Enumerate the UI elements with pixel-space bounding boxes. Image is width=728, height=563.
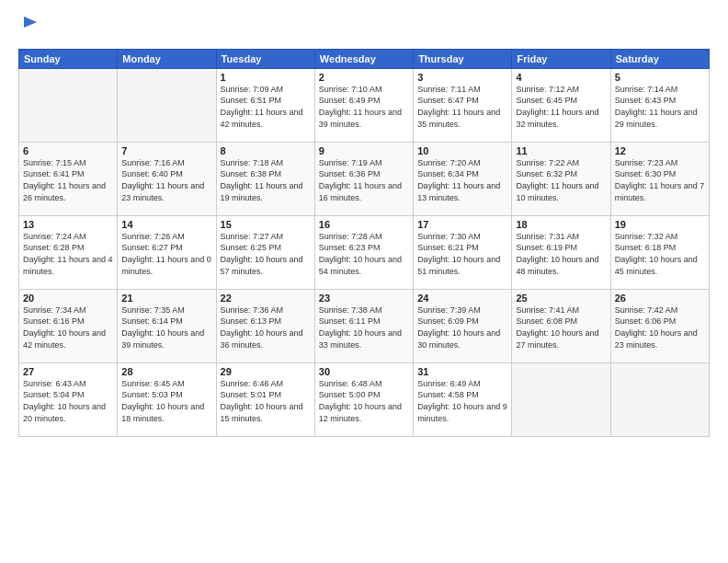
day-info: Sunrise: 6:43 AM Sunset: 5:04 PM Dayligh… — [23, 378, 113, 424]
day-number: 28 — [121, 366, 211, 377]
calendar-header-sunday: Sunday — [19, 49, 118, 68]
day-info: Sunrise: 7:16 AM Sunset: 6:40 PM Dayligh… — [121, 157, 211, 203]
day-number: 5 — [615, 72, 705, 83]
day-info: Sunrise: 7:23 AM Sunset: 6:30 PM Dayligh… — [615, 157, 705, 203]
day-info: Sunrise: 7:38 AM Sunset: 6:11 PM Dayligh… — [319, 304, 409, 350]
day-info: Sunrise: 6:48 AM Sunset: 5:00 PM Dayligh… — [319, 378, 409, 424]
day-number: 18 — [516, 219, 606, 230]
calendar-header-friday: Friday — [512, 49, 610, 68]
calendar-cell: 10Sunrise: 7:20 AM Sunset: 6:34 PM Dayli… — [414, 142, 512, 215]
calendar-week-2: 13Sunrise: 7:24 AM Sunset: 6:28 PM Dayli… — [19, 215, 710, 289]
day-info: Sunrise: 7:14 AM Sunset: 6:43 PM Dayligh… — [615, 84, 705, 130]
calendar-cell: 7Sunrise: 7:16 AM Sunset: 6:40 PM Daylig… — [118, 142, 216, 215]
day-info: Sunrise: 7:24 AM Sunset: 6:28 PM Dayligh… — [23, 231, 113, 277]
day-info: Sunrise: 7:09 AM Sunset: 6:51 PM Dayligh… — [221, 84, 311, 130]
day-number: 22 — [221, 293, 311, 304]
day-info: Sunrise: 7:41 AM Sunset: 6:08 PM Dayligh… — [516, 304, 606, 350]
day-info: Sunrise: 7:22 AM Sunset: 6:32 PM Dayligh… — [516, 157, 606, 203]
calendar-cell — [610, 362, 709, 436]
day-info: Sunrise: 6:45 AM Sunset: 5:03 PM Dayligh… — [121, 378, 211, 424]
calendar-cell: 8Sunrise: 7:18 AM Sunset: 6:38 PM Daylig… — [216, 142, 314, 215]
calendar-header-row: SundayMondayTuesdayWednesdayThursdayFrid… — [19, 49, 710, 68]
day-number: 10 — [417, 145, 507, 156]
day-number: 15 — [221, 219, 311, 230]
calendar-cell: 29Sunrise: 6:46 AM Sunset: 5:01 PM Dayli… — [216, 362, 314, 436]
calendar-cell: 12Sunrise: 7:23 AM Sunset: 6:30 PM Dayli… — [610, 142, 709, 215]
day-number: 26 — [615, 293, 705, 304]
calendar-cell: 18Sunrise: 7:31 AM Sunset: 6:19 PM Dayli… — [512, 215, 610, 289]
calendar-cell: 15Sunrise: 7:27 AM Sunset: 6:25 PM Dayli… — [216, 215, 314, 289]
day-number: 12 — [615, 145, 705, 156]
day-info: Sunrise: 7:39 AM Sunset: 6:09 PM Dayligh… — [417, 304, 507, 350]
day-number: 23 — [319, 293, 409, 304]
day-info: Sunrise: 7:35 AM Sunset: 6:14 PM Dayligh… — [121, 304, 211, 350]
day-info: Sunrise: 6:49 AM Sunset: 4:58 PM Dayligh… — [417, 378, 507, 424]
logo — [18, 15, 40, 40]
day-number: 20 — [23, 293, 113, 304]
day-number: 17 — [417, 219, 507, 230]
day-number: 19 — [615, 219, 705, 230]
page: SundayMondayTuesdayWednesdayThursdayFrid… — [0, 0, 728, 563]
calendar-cell: 27Sunrise: 6:43 AM Sunset: 5:04 PM Dayli… — [19, 362, 118, 436]
day-info: Sunrise: 7:19 AM Sunset: 6:36 PM Dayligh… — [319, 157, 409, 203]
calendar-header-saturday: Saturday — [610, 49, 709, 68]
calendar-cell: 13Sunrise: 7:24 AM Sunset: 6:28 PM Dayli… — [19, 215, 118, 289]
calendar-header-monday: Monday — [118, 49, 216, 68]
day-info: Sunrise: 7:32 AM Sunset: 6:18 PM Dayligh… — [615, 231, 705, 277]
day-info: Sunrise: 7:28 AM Sunset: 6:23 PM Dayligh… — [319, 231, 409, 277]
day-number: 8 — [221, 145, 311, 156]
day-number: 29 — [221, 366, 311, 377]
calendar-cell: 26Sunrise: 7:42 AM Sunset: 6:06 PM Dayli… — [610, 289, 709, 362]
calendar-cell: 19Sunrise: 7:32 AM Sunset: 6:18 PM Dayli… — [610, 215, 709, 289]
calendar-week-1: 6Sunrise: 7:15 AM Sunset: 6:41 PM Daylig… — [19, 142, 710, 215]
calendar-cell — [19, 68, 118, 142]
calendar-cell — [512, 362, 610, 436]
day-number: 13 — [23, 219, 113, 230]
day-number: 30 — [319, 366, 409, 377]
day-number: 11 — [516, 145, 606, 156]
day-number: 24 — [417, 293, 507, 304]
calendar-cell: 25Sunrise: 7:41 AM Sunset: 6:08 PM Dayli… — [512, 289, 610, 362]
day-number: 14 — [121, 219, 211, 230]
day-info: Sunrise: 7:11 AM Sunset: 6:47 PM Dayligh… — [417, 84, 507, 130]
calendar-cell: 30Sunrise: 6:48 AM Sunset: 5:00 PM Dayli… — [314, 362, 413, 436]
calendar-week-0: 1Sunrise: 7:09 AM Sunset: 6:51 PM Daylig… — [19, 68, 710, 142]
day-info: Sunrise: 7:26 AM Sunset: 6:27 PM Dayligh… — [121, 231, 211, 277]
day-info: Sunrise: 7:27 AM Sunset: 6:25 PM Dayligh… — [221, 231, 311, 277]
day-info: Sunrise: 7:18 AM Sunset: 6:38 PM Dayligh… — [221, 157, 311, 203]
calendar-cell: 23Sunrise: 7:38 AM Sunset: 6:11 PM Dayli… — [314, 289, 413, 362]
day-info: Sunrise: 7:42 AM Sunset: 6:06 PM Dayligh… — [615, 304, 705, 350]
day-number: 27 — [23, 366, 113, 377]
day-info: Sunrise: 7:30 AM Sunset: 6:21 PM Dayligh… — [417, 231, 507, 277]
calendar-table: SundayMondayTuesdayWednesdayThursdayFrid… — [18, 49, 710, 437]
day-info: Sunrise: 7:31 AM Sunset: 6:19 PM Dayligh… — [516, 231, 606, 277]
day-number: 7 — [121, 145, 211, 156]
day-info: Sunrise: 7:20 AM Sunset: 6:34 PM Dayligh… — [417, 157, 507, 203]
day-number: 3 — [417, 72, 507, 83]
day-info: Sunrise: 7:12 AM Sunset: 6:45 PM Dayligh… — [516, 84, 606, 130]
calendar-cell: 2Sunrise: 7:10 AM Sunset: 6:49 PM Daylig… — [314, 68, 413, 142]
calendar-header-thursday: Thursday — [414, 49, 512, 68]
calendar-week-4: 27Sunrise: 6:43 AM Sunset: 5:04 PM Dayli… — [19, 362, 710, 436]
calendar-cell: 6Sunrise: 7:15 AM Sunset: 6:41 PM Daylig… — [19, 142, 118, 215]
calendar-cell: 9Sunrise: 7:19 AM Sunset: 6:36 PM Daylig… — [314, 142, 413, 215]
day-info: Sunrise: 7:36 AM Sunset: 6:13 PM Dayligh… — [221, 304, 311, 350]
day-number: 4 — [516, 72, 606, 83]
calendar-cell: 5Sunrise: 7:14 AM Sunset: 6:43 PM Daylig… — [610, 68, 709, 142]
calendar-cell: 16Sunrise: 7:28 AM Sunset: 6:23 PM Dayli… — [314, 215, 413, 289]
svg-marker-0 — [24, 17, 37, 28]
calendar-cell: 14Sunrise: 7:26 AM Sunset: 6:27 PM Dayli… — [118, 215, 216, 289]
day-number: 2 — [319, 72, 409, 83]
calendar-cell: 24Sunrise: 7:39 AM Sunset: 6:09 PM Dayli… — [414, 289, 512, 362]
calendar-cell: 22Sunrise: 7:36 AM Sunset: 6:13 PM Dayli… — [216, 289, 314, 362]
calendar-cell: 28Sunrise: 6:45 AM Sunset: 5:03 PM Dayli… — [118, 362, 216, 436]
calendar-cell: 1Sunrise: 7:09 AM Sunset: 6:51 PM Daylig… — [216, 68, 314, 142]
day-info: Sunrise: 7:10 AM Sunset: 6:49 PM Dayligh… — [319, 84, 409, 130]
calendar-header-wednesday: Wednesday — [314, 49, 413, 68]
day-number: 16 — [319, 219, 409, 230]
calendar-cell — [118, 68, 216, 142]
calendar-cell: 3Sunrise: 7:11 AM Sunset: 6:47 PM Daylig… — [414, 68, 512, 142]
calendar-cell: 21Sunrise: 7:35 AM Sunset: 6:14 PM Dayli… — [118, 289, 216, 362]
calendar-week-3: 20Sunrise: 7:34 AM Sunset: 6:16 PM Dayli… — [19, 289, 710, 362]
calendar-body: 1Sunrise: 7:09 AM Sunset: 6:51 PM Daylig… — [19, 68, 710, 436]
